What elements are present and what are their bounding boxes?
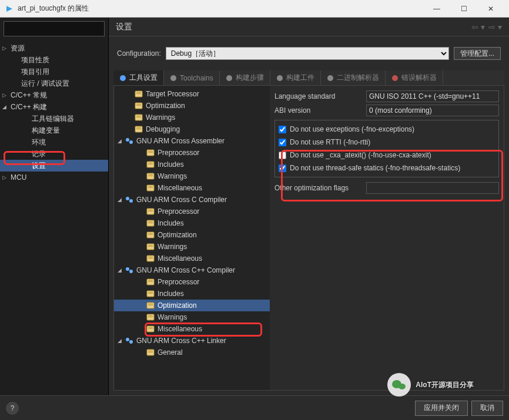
svg-rect-31 — [148, 186, 153, 187]
other-flags-input[interactable] — [366, 182, 499, 194]
tool-tree-item[interactable]: Optimization — [114, 229, 270, 241]
tool-tree-item[interactable]: Optimization — [114, 300, 270, 311]
tool-tree-label: Includes — [158, 219, 184, 227]
svg-rect-53 — [148, 280, 153, 281]
tab-二进制解析器[interactable]: 二进制解析器 — [321, 70, 386, 85]
nav-item[interactable]: 项目引用 — [0, 66, 108, 78]
close-button[interactable]: ✕ — [477, 0, 504, 18]
tool-tree-item[interactable]: Warnings — [114, 241, 270, 253]
back-icon[interactable]: ⇦ ▾ — [471, 22, 485, 32]
nav-item[interactable]: ▷MCU — [0, 172, 108, 183]
svg-rect-43 — [148, 234, 153, 235]
tool-tree-label: Miscellaneous — [158, 184, 202, 192]
svg-point-5 — [327, 75, 333, 81]
expand-arrow-icon: ▷ — [2, 92, 11, 98]
tool-tree-item[interactable]: Preprocessor — [114, 276, 270, 288]
nav-item[interactable]: 设置 — [0, 160, 108, 172]
expand-arrow-icon: ▷ — [2, 174, 11, 180]
nav-item[interactable]: ◢C/C++ 构建 — [0, 101, 108, 113]
tool-tree-item[interactable]: Preprocessor — [114, 206, 270, 217]
trophy-icon — [276, 75, 283, 82]
help-icon[interactable]: ? — [6, 402, 19, 415]
tool-tree-item[interactable]: Warnings — [114, 311, 270, 323]
svg-rect-70 — [148, 351, 153, 351]
tab-label: 构建步骤 — [236, 73, 264, 83]
nav-item-label: C/C++ 构建 — [11, 102, 47, 112]
expand-arrow-icon: ◢ — [118, 338, 125, 344]
option-checkbox[interactable] — [279, 164, 286, 172]
tool-tree-item[interactable]: Miscellaneous — [114, 253, 270, 264]
maximize-button[interactable]: ☐ — [450, 0, 477, 18]
option-select[interactable]: GNU ISO 2011 C++ (-std=gnu++11 — [366, 90, 499, 102]
minimize-button[interactable]: — — [423, 0, 450, 18]
tool-tree-label: Warnings — [158, 243, 187, 251]
page-icon — [146, 313, 155, 321]
tool-tree-item[interactable]: ◢GNU ARM Cross C++ Linker — [114, 335, 270, 347]
expand-arrow-icon: ▷ — [2, 45, 11, 51]
nav-item[interactable]: 运行 / 调试设置 — [0, 78, 108, 89]
cancel-button[interactable]: 取消 — [471, 401, 503, 416]
tool-tree-item[interactable]: Includes — [114, 159, 270, 170]
tab-label: Toolchains — [180, 74, 213, 82]
page-icon — [146, 278, 155, 286]
tool-tree-item[interactable]: ◢GNU ARM Cross Assembler — [114, 135, 270, 147]
forward-icon[interactable]: ⇨ ▾ — [488, 22, 502, 32]
nav-item-label: C/C++ 常规 — [11, 90, 47, 100]
tool-tree-label: GNU ARM Cross C++ Linker — [136, 337, 226, 345]
nav-item[interactable]: 记录 — [0, 148, 108, 160]
svg-point-4 — [277, 75, 283, 81]
tool-tree-item[interactable]: Preprocessor — [114, 147, 270, 159]
tool-tree-item[interactable]: Warnings — [114, 170, 270, 182]
tool-tree-item[interactable]: Target Processor — [114, 88, 270, 100]
tool-tree-item[interactable]: Warnings — [114, 112, 270, 123]
tab-工具设置[interactable]: 工具设置 — [113, 70, 164, 85]
main-panel: 设置 ⇦ ▾ ⇨ ▾ Configuration: Debug［活动］ 管理配置… — [109, 18, 509, 395]
nav-item-label: 设置 — [32, 161, 46, 171]
svg-rect-11 — [136, 104, 141, 105]
tool-tree-item[interactable]: Debugging — [114, 123, 270, 135]
tab-错误解析器[interactable]: 错误解析器 — [386, 70, 443, 85]
tool-tree-item[interactable]: ◢GNU ARM Cross C++ Compiler — [114, 264, 270, 276]
checkbox-label: Do not use _cxa_atexit() (-fno-use-cxa-a… — [290, 151, 431, 159]
svg-rect-15 — [136, 117, 141, 117]
tool-tree-item[interactable]: Optimization — [114, 100, 270, 112]
option-checkbox[interactable] — [279, 139, 286, 146]
tab-构建工件[interactable]: 构建工件 — [270, 70, 321, 85]
page-icon — [146, 172, 155, 180]
configuration-select[interactable]: Debug［活动］ — [166, 47, 449, 60]
svg-rect-40 — [148, 223, 153, 223]
nav-item[interactable]: 工具链编辑器 — [0, 113, 108, 125]
manage-config-button[interactable]: 管理配置... — [454, 47, 501, 60]
option-checkbox[interactable] — [279, 126, 286, 133]
tool-tree-item[interactable]: Includes — [114, 217, 270, 229]
tool-tree-item[interactable]: Miscellaneous — [114, 182, 270, 194]
nav-item[interactable]: 环境 — [0, 136, 108, 148]
checkbox-row: Do not use RTTI (-fno-rtti) — [279, 136, 495, 149]
nav-item[interactable]: 构建变量 — [0, 125, 108, 136]
tab-label: 二进制解析器 — [337, 73, 379, 83]
checkbox-row: Do not use exceptions (-fno-exceptions) — [279, 123, 495, 136]
option-checkbox[interactable] — [279, 152, 286, 159]
tool-tree-item[interactable]: ◢GNU ARM Cross C Compiler — [114, 194, 270, 206]
tool-tree-item[interactable]: Includes — [114, 288, 270, 300]
tool-tree-item[interactable]: Miscellaneous — [114, 323, 270, 335]
apply-close-button[interactable]: 应用并关闭 — [415, 401, 468, 416]
app-icon — [5, 4, 14, 14]
nav-item[interactable]: ▷C/C++ 常规 — [0, 89, 108, 101]
option-select[interactable]: 0 (most conforming) — [366, 105, 499, 116]
tab-构建步骤[interactable]: 构建步骤 — [220, 70, 270, 85]
tool-tree-label: Optimization — [146, 102, 185, 110]
tool-tree-item[interactable]: General — [114, 347, 270, 358]
tab-Toolchains[interactable]: Toolchains — [164, 70, 220, 85]
svg-rect-23 — [148, 152, 153, 153]
svg-point-3 — [226, 75, 232, 81]
nav-item[interactable]: ▷资源 — [0, 42, 108, 54]
search-input[interactable] — [4, 21, 105, 36]
nav-item[interactable]: 项目性质 — [0, 54, 108, 66]
svg-point-67 — [126, 338, 129, 341]
svg-point-68 — [129, 340, 133, 344]
svg-rect-37 — [148, 211, 153, 211]
svg-point-2 — [170, 75, 176, 81]
svg-rect-39 — [148, 221, 153, 222]
tool-tree-label: GNU ARM Cross C Compiler — [136, 196, 227, 204]
